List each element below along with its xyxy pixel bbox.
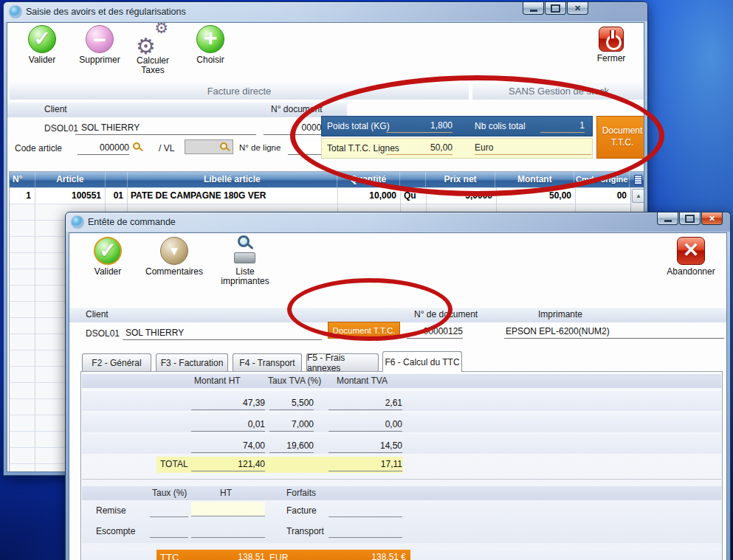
choisir-button[interactable]: Choisir (186, 25, 235, 65)
notepad-icon[interactable] (634, 175, 642, 185)
close-icon[interactable] (701, 212, 723, 225)
maximize-icon[interactable] (545, 2, 566, 15)
document-ttc-badge[interactable]: Document T.T.C. (328, 322, 400, 339)
code-article-field[interactable]: 000000 (78, 141, 129, 155)
supprimer-label: Supprimer (79, 55, 120, 65)
tab-f6-calcul-ttc[interactable]: F6 - Calcul du TTC (382, 351, 462, 372)
escompte-label: Escompte (96, 526, 135, 536)
liste-imprimantes-button[interactable]: Liste imprimantes (214, 235, 276, 286)
client-label: Client (44, 104, 67, 114)
client-label: Client (86, 309, 109, 319)
tva-ht-3[interactable]: 74,00 (191, 440, 265, 453)
row-cmde: 00 (576, 188, 631, 204)
vl-search-icon[interactable] (220, 142, 227, 150)
ttc-currency: EUR (269, 553, 288, 560)
col-unite[interactable] (400, 172, 426, 188)
commentaires-button[interactable]: Commentaires (136, 237, 213, 277)
facture-field[interactable] (328, 504, 402, 517)
col-montant-ht: Montant HT (194, 376, 241, 386)
printer-field[interactable]: EPSON EPL-6200(NUM2) (504, 325, 724, 339)
close-icon[interactable] (567, 2, 588, 15)
remise-ht-field[interactable] (191, 502, 265, 516)
client-code: DSOL01 (86, 328, 120, 339)
total-tva: 17,11 (328, 458, 402, 471)
client-name-field[interactable]: SOL THIERRY (123, 326, 322, 340)
transport-field[interactable] (328, 525, 402, 538)
document-ttc-button[interactable]: Document T.T.C. (596, 116, 644, 159)
valider-button[interactable]: Valider (15, 25, 69, 65)
tva-total-bar: TOTAL 121,40 17,11 (156, 457, 403, 473)
abandonner-button[interactable]: Abandonner (658, 237, 723, 277)
weight-value: 1,800 (386, 120, 452, 133)
section-right-label: SANS Gestion de stock (509, 86, 609, 97)
tva-taux-1[interactable]: 5,500 (269, 397, 314, 410)
escompte-taux-field[interactable] (150, 525, 188, 538)
facture-label: Facture (286, 505, 317, 516)
valider-label: Valider (94, 267, 121, 277)
section-facture-directe: Facture directe (9, 81, 469, 100)
client-name-field[interactable]: SOL THIERRY (75, 121, 256, 135)
col-montant[interactable]: Montant (495, 172, 574, 188)
tva-ht-2[interactable]: 0,01 (191, 418, 265, 432)
col-sub[interactable] (106, 172, 128, 188)
escompte-ht-field[interactable] (191, 525, 265, 538)
col-quantite[interactable]: Quantité (337, 172, 400, 188)
table-row[interactable]: 1 100551 01 PATE DE CAMPAGNE 180G VER 10… (10, 188, 644, 204)
total-label: TOTAL (160, 459, 188, 469)
transport-label: Transport (286, 526, 324, 536)
table-corner (630, 172, 644, 188)
col-article[interactable]: Article (35, 172, 106, 188)
document-label: N° de document (414, 309, 478, 319)
down-arrow-circle-icon (160, 237, 188, 265)
section-left-label: Facture directe (207, 86, 272, 97)
valider-button[interactable]: Valider (80, 237, 135, 277)
packages-value: 1 (540, 120, 585, 133)
tva-mont-1[interactable]: 2,61 (328, 397, 402, 410)
col-cmde[interactable]: Cmde origine (574, 172, 630, 188)
col-libelle[interactable]: Libellé article (128, 172, 337, 188)
total-ht: 121,40 (191, 458, 265, 471)
tva-mont-2[interactable]: 0,00 (328, 418, 402, 432)
col-forfaits: Forfaits (286, 488, 316, 498)
row-article: 100551 (35, 188, 106, 204)
row-quantite: 10,000 (338, 188, 401, 204)
total-ttc-value: 50,00 (386, 142, 452, 155)
col-prix[interactable]: Prix net (426, 172, 496, 188)
tab-f3-facturation[interactable]: F3 - Facturation (156, 353, 228, 371)
tab-f4-transport[interactable]: F4 - Transport (233, 353, 302, 371)
front-titlebar[interactable]: Entête de commande (66, 212, 730, 232)
col-num[interactable]: N° (10, 172, 35, 188)
article-search-icon[interactable] (133, 142, 140, 150)
packages-label: Nb colis total (475, 121, 526, 131)
tva-taux-2[interactable]: 7,000 (269, 418, 314, 432)
maximize-icon[interactable] (679, 212, 701, 225)
front-window-body: Valider Commentaires Liste imprimantes A… (69, 232, 727, 560)
document-number-field[interactable]: 00000125 (407, 325, 463, 339)
tab-f5-frais-annexes[interactable]: F5 - Frais annexes (306, 353, 379, 371)
tva-taux-3[interactable]: 19,600 (269, 440, 314, 453)
minimize-icon[interactable] (523, 2, 544, 15)
tva-ht-1[interactable]: 47,39 (191, 397, 265, 410)
tva-mont-3[interactable]: 14,50 (328, 440, 402, 453)
col-taux-tva: Taux TVA (%) (268, 376, 321, 386)
app-icon (10, 6, 21, 18)
client-code: DSOL01 (44, 123, 78, 134)
check-icon (28, 25, 56, 53)
calculer-taxes-button[interactable]: Calculer Taxes (127, 24, 179, 75)
vl-label: / VL (159, 143, 174, 153)
total-ttc-bar: Total T.T.C. Lignes 50,00 Euro (321, 138, 593, 159)
front-window-title: Entête de commande (88, 217, 176, 227)
tva-header-bar: Montant HT Taux TVA (%) Montant TVA (82, 374, 721, 388)
fermer-button[interactable]: Fermer (585, 27, 638, 63)
remise-taux-field[interactable] (150, 504, 188, 517)
ttc-amount-eur: 138,51 € (328, 551, 406, 560)
minimize-icon[interactable] (657, 212, 678, 225)
row-montant: 50,00 (497, 188, 576, 204)
tab-f2-general[interactable]: F2 - Général (82, 353, 151, 371)
scroll-up-icon[interactable]: ▲ (632, 189, 644, 203)
back-window-title: Saisie des avoirs et des régularisations (26, 7, 186, 17)
tab-label: F5 - Frais annexes (307, 353, 378, 373)
tab-label: F3 - Facturation (161, 358, 224, 368)
supprimer-button[interactable]: Supprimer (68, 25, 131, 65)
x-red-icon (677, 237, 705, 265)
